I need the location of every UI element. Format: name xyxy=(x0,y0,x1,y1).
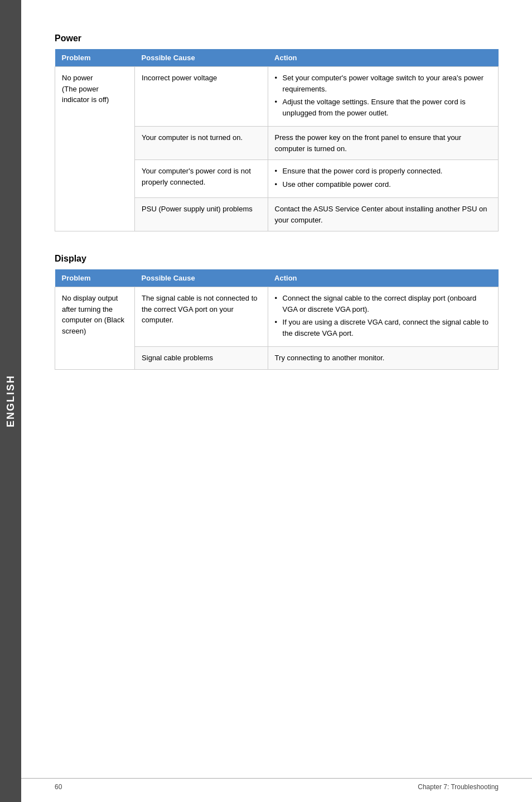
list-item: If you are using a discrete VGA card, co… xyxy=(275,317,491,339)
footer-page-number: 60 xyxy=(55,783,62,791)
display-col-action: Action xyxy=(268,269,498,287)
power-cause-cell: Your computer's power cord is not proper… xyxy=(135,160,268,198)
power-title: Power xyxy=(55,33,499,44)
power-problem-cell: No power(The power indicator is off) xyxy=(55,67,135,231)
table-row: No power(The power indicator is off)Inco… xyxy=(55,67,499,127)
display-table: Problem Possible Cause Action No display… xyxy=(55,269,499,370)
content-area: Power Problem Possible Cause Action No p… xyxy=(21,0,532,426)
power-section: Power Problem Possible Cause Action No p… xyxy=(55,33,499,231)
display-problem-cell: No display output after turning the comp… xyxy=(55,287,135,370)
list-item: Use other compatible power cord. xyxy=(275,179,491,190)
power-table-header-row: Problem Possible Cause Action xyxy=(55,49,499,67)
display-action-cell: Try connecting to another monitor. xyxy=(268,347,498,370)
display-table-header-row: Problem Possible Cause Action xyxy=(55,269,499,287)
display-col-cause: Possible Cause xyxy=(135,269,268,287)
display-action-cell: Connect the signal cable to the correct … xyxy=(268,287,498,347)
footer: 60 Chapter 7: Troubleshooting xyxy=(21,778,532,791)
display-col-problem: Problem xyxy=(55,269,135,287)
power-col-problem: Problem xyxy=(55,49,135,67)
power-cause-cell: Incorrect power voltage xyxy=(135,67,268,127)
display-section: Display Problem Possible Cause Action No… xyxy=(55,254,499,370)
power-table: Problem Possible Cause Action No power(T… xyxy=(55,49,499,231)
list-item: Adjust the voltage settings. Ensure that… xyxy=(275,96,491,118)
sidebar-label: ENGLISH xyxy=(5,375,17,427)
list-item: Ensure that the power cord is properly c… xyxy=(275,166,491,177)
power-col-cause: Possible Cause xyxy=(135,49,268,67)
list-item: Connect the signal cable to the correct … xyxy=(275,293,491,315)
power-cause-cell: PSU (Power supply unit) problems xyxy=(135,198,268,231)
table-row: No display output after turning the comp… xyxy=(55,287,499,347)
list-item: Set your computer's power voltage switch… xyxy=(275,73,491,94)
power-action-cell: Contact the ASUS Service Center about in… xyxy=(268,198,498,231)
power-action-cell: Ensure that the power cord is properly c… xyxy=(268,160,498,198)
power-action-cell: Set your computer's power voltage switch… xyxy=(268,67,498,127)
display-cause-cell: The signal cable is not connected to the… xyxy=(135,287,268,347)
display-cause-cell: Signal cable problems xyxy=(135,347,268,370)
display-title: Display xyxy=(55,254,499,264)
power-action-cell: Press the power key on the front panel t… xyxy=(268,127,498,160)
sidebar: ENGLISH xyxy=(0,0,21,802)
power-col-action: Action xyxy=(268,49,498,67)
power-cause-cell: Your computer is not turned on. xyxy=(135,127,268,160)
footer-chapter: Chapter 7: Troubleshooting xyxy=(418,783,499,791)
